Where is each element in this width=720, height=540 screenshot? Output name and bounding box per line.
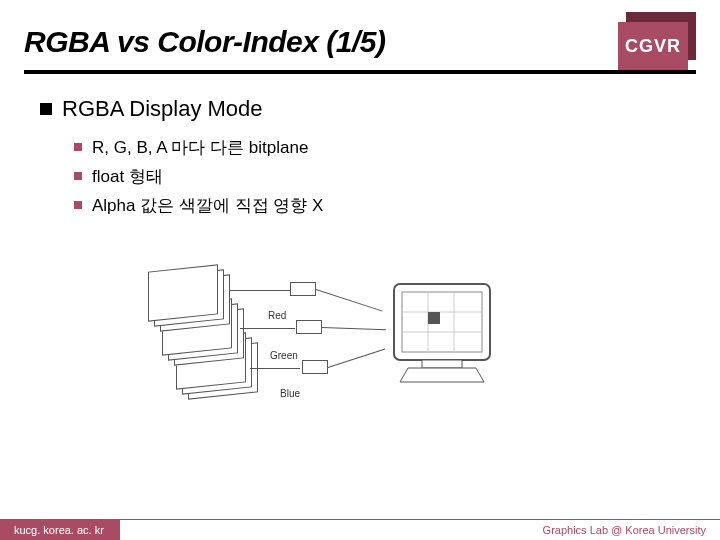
monitor-icon	[388, 278, 508, 402]
section-heading: RGBA Display Mode	[40, 96, 680, 122]
dac-box	[290, 282, 316, 296]
svg-rect-0	[394, 284, 490, 360]
list-item-text: float 형태	[92, 167, 163, 186]
dac-box	[296, 320, 322, 334]
list-item-text: R, G, B, A 마다 다른 bitplane	[92, 138, 308, 157]
heading-text: RGBA Display Mode	[62, 96, 263, 121]
title-bar: RGBA vs Color-Index (1/5)	[24, 14, 696, 70]
square-bullet-icon	[40, 103, 52, 115]
footer-right-label: Graphics Lab @ Korea University	[543, 524, 706, 536]
bullet-list: R, G, B, A 마다 다른 bitplane float 형태 Alpha…	[74, 136, 680, 217]
badge-label: CGVR	[618, 22, 688, 70]
label-blue: Blue	[280, 388, 300, 399]
footer-left-label: kucg. korea. ac. kr	[0, 520, 120, 540]
list-item-text: Alpha 값은 색깔에 직접 영향 X	[92, 196, 323, 215]
list-item: R, G, B, A 마다 다른 bitplane	[74, 136, 680, 159]
square-bullet-icon	[74, 172, 82, 180]
arrow-line	[230, 290, 290, 291]
square-bullet-icon	[74, 201, 82, 209]
arrow-line	[328, 348, 385, 367]
brand-badge: CGVR	[614, 12, 696, 74]
arrow-line	[250, 368, 300, 369]
list-item: float 형태	[74, 165, 680, 188]
label-green: Green	[270, 350, 298, 361]
bitplane-diagram: Blue Green Red	[130, 250, 550, 450]
slide: RGBA vs Color-Index (1/5) CGVR RGBA Disp…	[0, 0, 720, 540]
list-item: Alpha 값은 색깔에 직접 영향 X	[74, 194, 680, 217]
arrow-line	[240, 328, 295, 329]
square-bullet-icon	[74, 143, 82, 151]
footer: kucg. korea. ac. kr Graphics Lab @ Korea…	[0, 516, 720, 540]
arrow-line	[322, 327, 386, 330]
title-underline	[24, 70, 696, 74]
bitplane-red	[148, 264, 218, 321]
arrow-line	[316, 289, 383, 312]
label-red: Red	[268, 310, 286, 321]
content-area: RGBA Display Mode R, G, B, A 마다 다른 bitpl…	[40, 96, 680, 223]
slide-title: RGBA vs Color-Index (1/5)	[24, 25, 385, 59]
svg-rect-6	[428, 312, 440, 324]
svg-rect-7	[422, 360, 462, 368]
dac-box	[302, 360, 328, 374]
